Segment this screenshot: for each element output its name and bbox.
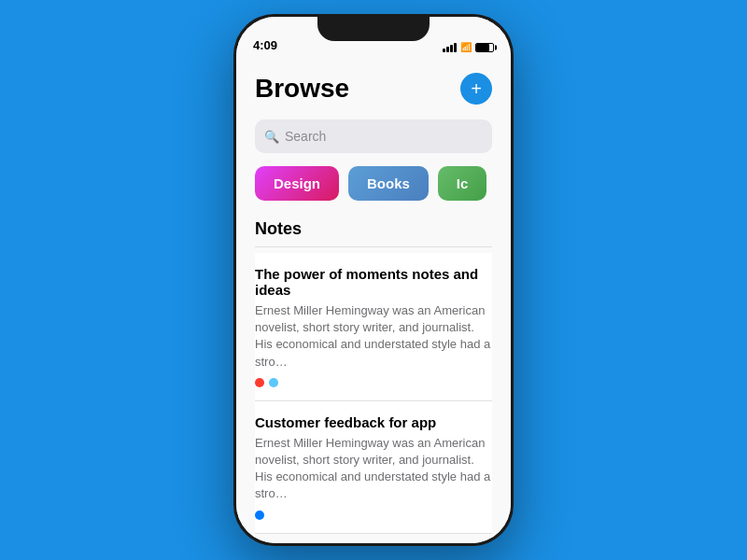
category-ideas[interactable]: Ic xyxy=(438,166,487,201)
note-preview: Ernest Miller Hemingway was an American … xyxy=(255,435,492,503)
plus-icon: + xyxy=(471,79,482,98)
page-header: Browse + xyxy=(255,73,492,105)
signal-icon xyxy=(443,43,457,52)
status-time: 4:09 xyxy=(253,38,277,52)
search-bar[interactable]: 🔍 Search xyxy=(255,119,492,153)
note-item[interactable]: The power of moments notes and ideas Ern… xyxy=(255,253,492,401)
add-button[interactable]: + xyxy=(460,73,492,105)
dot-red xyxy=(255,378,264,387)
content-area: Browse + 🔍 Search Design Books Ic Notes … xyxy=(236,58,511,543)
note-item[interactable]: Customer feedback for app Ernest Miller … xyxy=(255,401,492,534)
page-title: Browse xyxy=(255,74,349,104)
dot-blue xyxy=(255,511,264,520)
category-design[interactable]: Design xyxy=(255,166,339,201)
note-preview: Ernest Miller Hemingway was an American … xyxy=(255,302,492,371)
note-title: Customer feedback for app xyxy=(255,414,492,430)
phone-screen: 4:09 📶 Browse + xyxy=(236,17,511,543)
note-dots xyxy=(255,511,492,520)
dot-blue-light xyxy=(269,378,278,387)
wifi-icon: 📶 xyxy=(460,42,472,52)
search-icon: 🔍 xyxy=(264,130,279,144)
notch xyxy=(317,17,430,41)
battery-icon xyxy=(475,43,494,52)
note-dots xyxy=(255,378,492,387)
phone-frame: 4:09 📶 Browse + xyxy=(233,14,514,546)
notes-section-header: Notes xyxy=(255,219,492,247)
search-placeholder-text: Search xyxy=(285,129,326,144)
status-icons: 📶 xyxy=(443,42,494,52)
category-tabs: Design Books Ic xyxy=(255,166,492,201)
category-books[interactable]: Books xyxy=(348,166,429,201)
note-title: The power of moments notes and ideas xyxy=(255,266,492,298)
